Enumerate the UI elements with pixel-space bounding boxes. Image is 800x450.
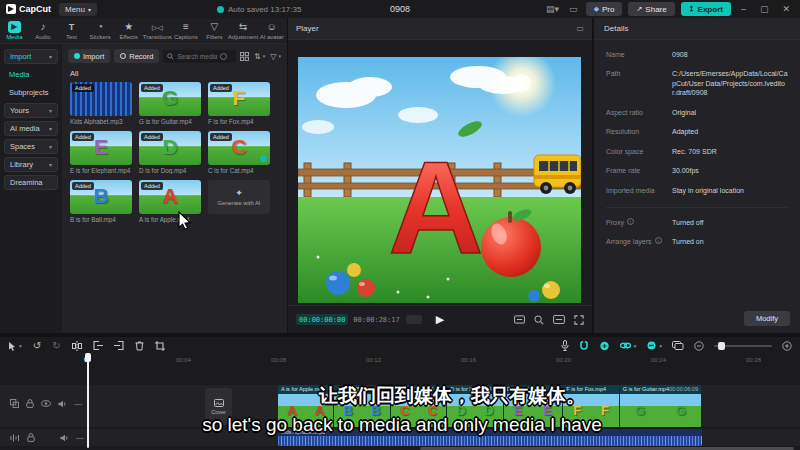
ripple-toggle[interactable] bbox=[599, 341, 610, 351]
share-button[interactable]: ↗ Share bbox=[628, 2, 674, 16]
audio-track-clip[interactable]: Kids Alphabet.mp3 bbox=[278, 429, 702, 446]
media-thumbnail[interactable]: AddedF bbox=[208, 82, 270, 116]
sidebar-item-ai-media[interactable]: AI media▾ bbox=[4, 121, 58, 136]
media-item[interactable]: AddedF F is for Fox.mp4 bbox=[208, 82, 270, 125]
hide-track-icon[interactable] bbox=[41, 400, 51, 407]
split-button[interactable] bbox=[72, 341, 82, 351]
tab-audio[interactable]: ♪Audio bbox=[29, 21, 58, 40]
tab-ai-avatar[interactable]: ☺AI avatar bbox=[257, 21, 286, 40]
timeline-clip[interactable]: D is for Dog.mp4 DD bbox=[447, 385, 503, 427]
mute-track-icon[interactable] bbox=[60, 434, 69, 442]
split-icon bbox=[72, 341, 82, 351]
track-view-toggle[interactable]: ▾ bbox=[646, 341, 662, 350]
redo-button[interactable]: ↻ bbox=[52, 340, 60, 351]
collapse-panel-icon[interactable]: ▭ bbox=[576, 24, 584, 33]
sidebar-item-yours[interactable]: Yours▾ bbox=[4, 103, 58, 118]
close-button[interactable]: ✕ bbox=[778, 4, 794, 14]
render-preview-button[interactable] bbox=[672, 341, 684, 350]
media-item[interactable]: AddedE E is for Elephant.mp4 bbox=[70, 131, 132, 174]
select-tool-button[interactable]: ▾ bbox=[8, 341, 22, 351]
fullscreen-icon[interactable] bbox=[574, 315, 584, 325]
media-item[interactable]: AddedG G is for Guitar.mp4 bbox=[139, 82, 201, 125]
media-item[interactable]: AddedB B is for Ball.mp4 bbox=[70, 180, 132, 223]
mute-track-icon[interactable] bbox=[58, 400, 67, 408]
timecode-options[interactable] bbox=[406, 315, 422, 324]
search-input[interactable] bbox=[177, 53, 217, 60]
mini-player-icon[interactable]: ▭ bbox=[567, 4, 580, 14]
media-thumbnail[interactable]: AddedG bbox=[139, 82, 201, 116]
tab-adjustment[interactable]: ⇆Adjustment bbox=[229, 21, 258, 40]
zoom-out-button[interactable] bbox=[694, 341, 704, 351]
menu-button[interactable]: Menu ▾ bbox=[59, 3, 97, 16]
tab-captions[interactable]: ≡Captions bbox=[172, 21, 201, 40]
delete-left-button[interactable] bbox=[93, 341, 103, 350]
crop-button[interactable] bbox=[155, 341, 165, 351]
tab-media[interactable]: ▶Media bbox=[0, 21, 29, 40]
media-item[interactable]: AddedD D is for Dog.mp4 bbox=[139, 131, 201, 174]
import-button[interactable]: Import bbox=[68, 49, 110, 63]
sidebar-item-library[interactable]: Library▾ bbox=[4, 157, 58, 172]
filter-button[interactable]: ▽▾ bbox=[270, 52, 281, 61]
export-button[interactable]: ↥ Export bbox=[681, 2, 731, 16]
play-icon[interactable]: ▶ bbox=[436, 313, 444, 326]
lock-icon[interactable] bbox=[27, 433, 35, 442]
search-box[interactable] bbox=[163, 50, 236, 63]
zoom-slider-knob[interactable] bbox=[718, 342, 725, 350]
timeline-clip[interactable]: G is for Guitar.mp400:00:06:09 GG bbox=[620, 385, 702, 427]
timeline-clip[interactable]: C is for Cat.mp4 CC bbox=[391, 385, 447, 427]
view-grid-icon[interactable] bbox=[240, 52, 249, 61]
magnet-toggle[interactable] bbox=[579, 341, 589, 351]
delete-right-button[interactable] bbox=[114, 341, 124, 350]
sidebar-item-subprojects[interactable]: Subprojects bbox=[4, 85, 58, 100]
media-thumbnail[interactable]: Added bbox=[70, 82, 132, 116]
sidebar-item-label: AI media bbox=[10, 124, 40, 133]
pro-button[interactable]: ◆ Pro bbox=[586, 2, 623, 16]
modify-button[interactable]: Modify bbox=[744, 311, 790, 326]
tab-filters[interactable]: ▽Filters bbox=[200, 21, 229, 40]
undo-button[interactable]: ↺ bbox=[33, 340, 41, 351]
timeline-ruler[interactable]: 0 00:04 00:08 00:12 00:16 00:20 00:24 00… bbox=[0, 354, 800, 367]
media-thumbnail[interactable]: AddedA bbox=[139, 180, 201, 214]
record-button[interactable]: Record bbox=[114, 49, 159, 63]
timeline-clip[interactable]: F is for Fox.mp4 FF bbox=[563, 385, 619, 427]
timeline-clip[interactable]: A is for Apple.mp4 AA bbox=[278, 385, 334, 427]
sidebar-item-dreamina[interactable]: Dreamina bbox=[4, 175, 58, 190]
link-icon bbox=[620, 341, 631, 350]
media-thumbnail[interactable]: AddedC bbox=[208, 131, 270, 165]
lock-icon[interactable] bbox=[26, 399, 34, 408]
fit-zoom-icon[interactable] bbox=[534, 315, 544, 325]
maximize-button[interactable]: ▢ bbox=[756, 4, 773, 14]
media-thumbnail[interactable]: AddedE bbox=[70, 131, 132, 165]
minimize-button[interactable]: – bbox=[737, 4, 750, 14]
sort-button[interactable]: ⇅▾ bbox=[254, 52, 265, 61]
media-thumbnail[interactable]: AddedD bbox=[139, 131, 201, 165]
media-thumbnail[interactable]: AddedB bbox=[70, 180, 132, 214]
zoom-in-button[interactable] bbox=[782, 341, 792, 351]
layout-toggle-icon[interactable]: ▤▾ bbox=[544, 4, 561, 14]
generate-ai-card[interactable]: ✦Generate with AI bbox=[208, 180, 270, 223]
sidebar-item-import[interactable]: Import▾ bbox=[4, 49, 58, 64]
tab-transitions[interactable]: ▷◁Transitions bbox=[143, 21, 172, 40]
ratio-icon[interactable] bbox=[514, 315, 525, 324]
tab-stickers[interactable]: ◔Stickers bbox=[86, 21, 115, 40]
sidebar-item-spaces[interactable]: Spaces▾ bbox=[4, 139, 58, 154]
video-preview[interactable]: A bbox=[298, 57, 581, 303]
timeline-clip[interactable]: E is for Elephant.mp4 EE bbox=[504, 385, 564, 427]
playhead[interactable] bbox=[87, 353, 89, 448]
adjustment-tab-icon: ⇆ bbox=[239, 21, 247, 33]
tab-text[interactable]: TText bbox=[57, 21, 86, 40]
cover-button[interactable]: Cover bbox=[205, 388, 232, 425]
timeline-zoom-slider[interactable] bbox=[714, 345, 772, 347]
link-toggle[interactable]: ▾ bbox=[620, 341, 636, 350]
tab-effects[interactable]: ★Effects bbox=[114, 21, 143, 40]
collapse-track-icon[interactable]: ― bbox=[76, 433, 84, 442]
voiceover-button[interactable] bbox=[561, 340, 569, 351]
collapse-track-icon[interactable]: ― bbox=[74, 399, 82, 408]
media-item[interactable]: AddedC C is for Cat.mp4 bbox=[208, 131, 270, 174]
search-scope-icon[interactable] bbox=[220, 53, 227, 60]
sidebar-item-media[interactable]: Media bbox=[4, 67, 58, 82]
timeline-clip[interactable]: B is for Ball.mp4 BB bbox=[334, 385, 390, 427]
delete-button[interactable] bbox=[135, 341, 144, 351]
quality-icon[interactable] bbox=[553, 315, 565, 324]
media-item[interactable]: Added Kids Alphabet.mp3 bbox=[70, 82, 132, 125]
